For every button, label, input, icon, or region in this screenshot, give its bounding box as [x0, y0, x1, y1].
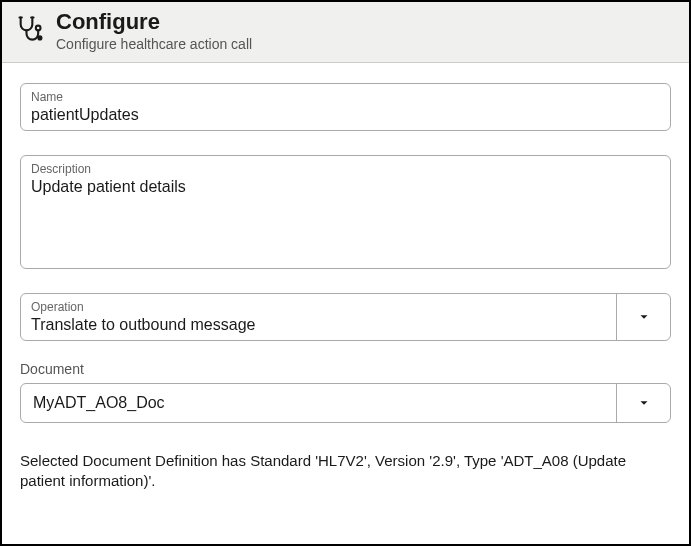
document-dropdown-button[interactable]	[616, 384, 670, 422]
name-field-group[interactable]: Name	[20, 83, 671, 131]
operation-select[interactable]: Operation Translate to outbound message	[20, 293, 671, 341]
chevron-down-icon	[637, 396, 651, 410]
document-select[interactable]: MyADT_AO8_Doc	[20, 383, 671, 423]
stethoscope-icon	[16, 14, 44, 42]
description-input[interactable]	[31, 178, 660, 258]
document-info-text: Selected Document Definition has Standar…	[20, 451, 671, 492]
operation-dropdown-button[interactable]	[616, 294, 670, 340]
svg-point-1	[38, 36, 41, 39]
page-subtitle: Configure healthcare action call	[56, 36, 252, 52]
svg-point-0	[36, 26, 41, 31]
document-value: MyADT_AO8_Doc	[21, 384, 616, 422]
operation-value: Translate to outbound message	[31, 316, 606, 334]
description-field-group[interactable]: Description	[20, 155, 671, 269]
name-input[interactable]	[31, 106, 660, 124]
form-body: Name Description Operation Translate to …	[2, 63, 689, 504]
document-label: Document	[20, 361, 671, 377]
page-title: Configure	[56, 10, 252, 34]
name-label: Name	[31, 90, 660, 104]
page-header: Configure Configure healthcare action ca…	[2, 2, 689, 63]
operation-label: Operation	[31, 300, 606, 314]
chevron-down-icon	[637, 310, 651, 324]
description-label: Description	[31, 162, 660, 176]
